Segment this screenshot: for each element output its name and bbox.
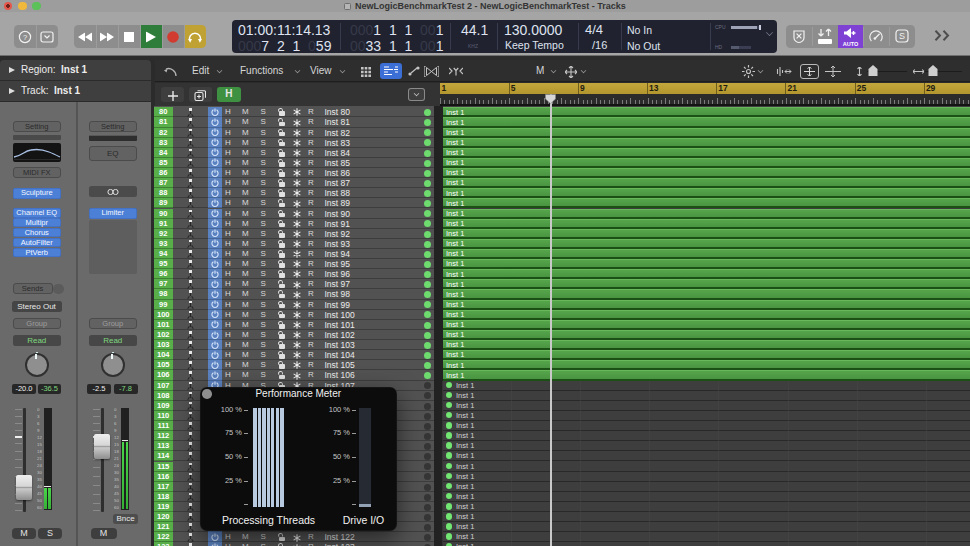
svg-text:S: S — [899, 31, 905, 41]
